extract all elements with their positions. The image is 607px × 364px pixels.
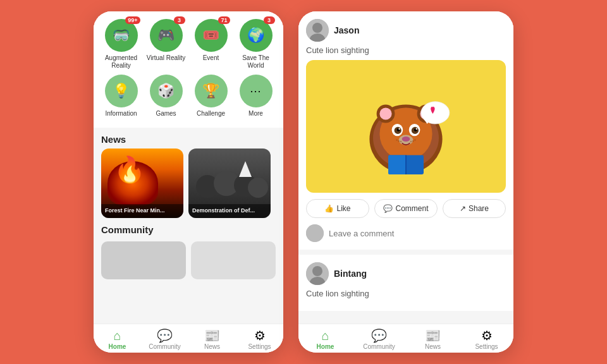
- action-row: 👍 Like 💬 Comment ↗ Share: [306, 199, 506, 218]
- svg-point-7: [379, 107, 391, 119]
- news-card-fire[interactable]: Forest Fire Near Min...: [101, 149, 183, 218]
- left-nav-news[interactable]: 📰 News: [188, 329, 236, 350]
- augmented-reality-badge: 99+: [125, 16, 140, 24]
- more-label: More: [248, 110, 263, 118]
- right-nav-news[interactable]: 📰 News: [406, 329, 460, 350]
- svg-point-16: [398, 128, 400, 130]
- left-phone: 🥽 99+ Augmented Reality 🎮 3 Virtual Real…: [94, 11, 283, 353]
- svg-point-31: [306, 224, 324, 242]
- svg-point-19: [402, 136, 410, 142]
- right-bottom-nav: ⌂ Home 💬 Community 📰 News ⚙ Settings: [298, 324, 513, 353]
- comment-label: Comment: [395, 204, 428, 213]
- information-button[interactable]: 💡 Information: [101, 75, 142, 118]
- community-title: Community: [94, 218, 283, 239]
- right-nav-home[interactable]: ⌂ Home: [298, 329, 352, 350]
- save-world-badge: 3: [264, 16, 275, 24]
- bintang-caption: Cute lion sighting: [306, 289, 506, 298]
- right-community-label: Community: [363, 343, 395, 350]
- right-community-icon: 💬: [371, 329, 387, 342]
- virtual-reality-button[interactable]: 🎮 3 Virtual Reality: [146, 19, 187, 70]
- svg-rect-27: [388, 155, 406, 174]
- comment-avatar: [306, 224, 324, 242]
- left-screen: 🥽 99+ Augmented Reality 🎮 3 Virtual Real…: [94, 11, 283, 353]
- save-world-button[interactable]: 🌍 3 Save The World: [236, 19, 276, 70]
- right-nav-community[interactable]: 💬 Community: [352, 329, 406, 350]
- right-screen: Jason Cute lion sighting: [298, 11, 513, 353]
- icon-row-1: 🥽 99+ Augmented Reality 🎮 3 Virtual Real…: [99, 19, 278, 70]
- icon-grid: 🥽 99+ Augmented Reality 🎮 3 Virtual Real…: [94, 11, 283, 128]
- right-news-label: News: [425, 343, 441, 350]
- settings-nav-label: Settings: [248, 343, 271, 350]
- information-icon: 💡: [105, 75, 138, 107]
- share-label: Share: [469, 204, 489, 213]
- news-section: News Forest Fire Near Min... Demonstrati…: [94, 128, 283, 218]
- like-label: Like: [336, 204, 350, 213]
- post-bintang: Bintang Cute lion sighting: [298, 255, 513, 311]
- svg-point-21: [398, 140, 400, 142]
- games-button[interactable]: 🎲 Games: [146, 75, 187, 118]
- post-jason-header: Jason: [306, 19, 506, 42]
- save-world-label: Save The World: [236, 54, 276, 70]
- left-nav-home[interactable]: ⌂ Home: [94, 329, 141, 350]
- community-card-2: [191, 241, 276, 279]
- games-label: Games: [156, 110, 176, 118]
- augmented-reality-label: Augmented Reality: [101, 54, 142, 70]
- save-world-icon: 🌍 3: [240, 19, 273, 52]
- augmented-reality-button[interactable]: 🥽 99+ Augmented Reality: [101, 19, 142, 70]
- right-news-icon: 📰: [425, 329, 441, 342]
- games-icon: 🎲: [150, 75, 183, 107]
- comment-input[interactable]: [329, 229, 506, 238]
- virtual-reality-icon: 🎮 3: [150, 19, 183, 52]
- more-icon: ···: [240, 75, 273, 107]
- svg-point-17: [416, 128, 417, 130]
- virtual-reality-label: Virtual Reality: [147, 54, 186, 62]
- event-icon: 🎟️ 71: [195, 19, 228, 52]
- right-nav-settings[interactable]: ⚙ Settings: [460, 329, 513, 350]
- more-button[interactable]: ··· More: [236, 75, 276, 118]
- challenge-label: Challenge: [197, 110, 225, 118]
- home-icon: ⌂: [113, 329, 121, 342]
- svg-point-20: [396, 139, 397, 140]
- community-card-1: [101, 241, 186, 279]
- settings-icon: ⚙: [254, 329, 266, 342]
- community-icon: 💬: [157, 329, 173, 342]
- like-button[interactable]: 👍 Like: [306, 199, 369, 218]
- news-row: Forest Fire Near Min... Demonstration of…: [94, 149, 283, 218]
- community-section: Community: [94, 218, 283, 279]
- news-icon: 📰: [204, 329, 220, 342]
- comment-button[interactable]: 💬 Comment: [374, 199, 438, 218]
- challenge-icon: 🏆: [195, 75, 228, 107]
- left-nav-community[interactable]: 💬 Community: [141, 329, 188, 350]
- left-nav-settings[interactable]: ⚙ Settings: [236, 329, 283, 350]
- fire-caption: Forest Fire Near Min...: [101, 204, 183, 218]
- jason-avatar: [306, 19, 329, 42]
- jason-username: Jason: [334, 25, 359, 35]
- post-bintang-header: Bintang: [306, 262, 506, 285]
- comment-input-row: [306, 224, 506, 242]
- information-label: Information: [105, 110, 137, 118]
- community-nav-label: Community: [149, 343, 181, 350]
- svg-point-25: [410, 141, 412, 142]
- demo-caption: Demonstration of Def...: [188, 204, 271, 218]
- right-settings-label: Settings: [475, 343, 498, 350]
- event-button[interactable]: 🎟️ 71 Event: [191, 19, 231, 70]
- svg-point-33: [312, 266, 322, 276]
- home-label: Home: [109, 343, 126, 350]
- right-settings-icon: ⚙: [481, 329, 493, 342]
- comment-icon: 💬: [383, 204, 393, 213]
- icon-row-2: 💡 Information 🎲 Games 🏆 Challenge ··· Mo…: [99, 75, 278, 118]
- right-phone: Jason Cute lion sighting: [298, 11, 513, 353]
- jason-caption: Cute lion sighting: [306, 46, 506, 55]
- challenge-button[interactable]: 🏆 Challenge: [191, 75, 231, 118]
- share-icon: ↗: [460, 204, 466, 213]
- share-button[interactable]: ↗ Share: [443, 199, 506, 218]
- event-label: Event: [203, 54, 219, 62]
- bintang-username: Bintang: [334, 269, 367, 279]
- news-card-demo[interactable]: Demonstration of Def...: [188, 149, 271, 218]
- news-nav-label: News: [204, 343, 220, 350]
- lion-container: [306, 60, 506, 193]
- svg-point-24: [412, 140, 414, 142]
- like-icon: 👍: [324, 204, 334, 213]
- svg-point-1: [312, 23, 322, 33]
- community-preview: [94, 241, 283, 279]
